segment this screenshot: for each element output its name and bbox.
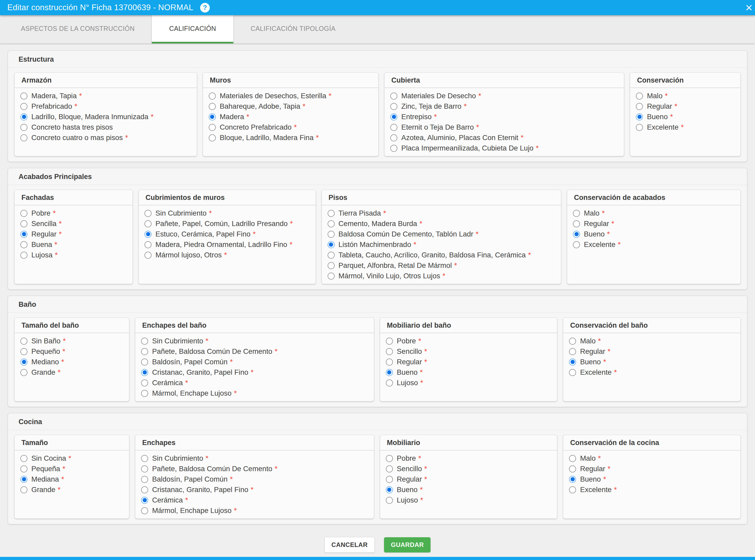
radio-button[interactable] [141,476,148,483]
radio-button[interactable] [386,476,393,483]
radio-button[interactable] [209,103,216,110]
radio-option[interactable]: Sin Cubrimiento* [141,336,368,346]
radio-option[interactable]: Malo* [569,336,735,346]
radio-option[interactable]: Regular* [20,229,127,239]
radio-button[interactable] [20,455,27,462]
radio-option[interactable]: Cristanac, Granito, Papel Fino* [141,367,368,378]
radio-option[interactable]: Madera, Piedra Ornamental, Ladrillo Fino… [144,239,310,250]
radio-option[interactable]: Mármol, Vinilo Lujo, Otros Lujos* [328,271,555,281]
radio-button[interactable] [328,210,335,217]
help-icon[interactable]: ? [200,3,210,13]
radio-option[interactable]: Sencillo* [386,346,551,357]
radio-option[interactable]: Cristanac, Granito, Papel Fino* [141,484,368,495]
radio-button[interactable] [569,369,576,376]
radio-option[interactable]: Parquet, Alfonbra, Retal De Mármol* [328,260,555,271]
radio-option[interactable]: Eternit o Teja De Barro* [390,122,618,133]
radio-button[interactable] [141,497,148,504]
radio-option[interactable]: Mediana* [20,474,123,484]
radio-option[interactable]: Mediano* [20,357,123,367]
cancel-button[interactable]: CANCELAR [325,537,375,553]
radio-button[interactable] [390,114,397,120]
radio-button[interactable] [20,338,27,345]
radio-option[interactable]: Mármol, Enchape Lujoso* [141,388,368,399]
radio-option[interactable]: Grande* [20,367,123,378]
radio-button[interactable] [141,486,148,493]
radio-option[interactable]: Sin Cubrimiento* [141,453,368,464]
radio-button[interactable] [569,486,576,493]
radio-option[interactable]: Concreto Prefabricado* [209,122,372,133]
radio-button[interactable] [573,210,580,217]
radio-option[interactable]: Concreto hasta tres pisos [20,122,191,133]
radio-button[interactable] [636,103,643,110]
radio-button[interactable] [390,134,397,141]
radio-option[interactable]: Sencillo* [386,464,551,474]
radio-button[interactable] [144,210,151,217]
radio-option[interactable]: Materiales De Desecho* [390,91,618,101]
radio-option[interactable]: Tierra Pisada* [328,208,555,218]
radio-option[interactable]: Sencilla* [20,218,127,229]
radio-button[interactable] [141,390,148,397]
radio-button[interactable] [20,465,27,473]
radio-option[interactable]: Malo* [569,453,735,464]
radio-button[interactable] [144,252,151,259]
radio-button[interactable] [636,114,643,120]
radio-button[interactable] [386,497,393,504]
save-button[interactable]: GUARDAR [384,537,430,553]
tab-calificacion-tipologia[interactable]: CALIFICACIÓN TIPOLOGÍA [233,15,353,43]
radio-option[interactable]: Mármol lujoso, Otros* [144,250,310,260]
radio-button[interactable] [141,455,148,462]
radio-button[interactable] [569,359,576,365]
radio-option[interactable]: Excelente* [573,239,735,250]
radio-option[interactable]: Lujoso* [386,378,551,388]
radio-option[interactable]: Excelente* [636,122,735,133]
radio-button[interactable] [20,124,27,131]
radio-button[interactable] [20,134,27,141]
radio-option[interactable]: Pobre* [386,336,551,346]
radio-button[interactable] [141,369,148,376]
radio-button[interactable] [569,455,576,462]
radio-option[interactable]: Baldosa Común De Cemento, Tablón Ladr* [328,229,555,239]
radio-button[interactable] [390,93,397,100]
radio-option[interactable]: Pequeño* [20,346,123,357]
radio-button[interactable] [20,359,27,365]
radio-button[interactable] [328,231,335,238]
radio-option[interactable]: Placa Impermeanilizada, Cubieta De Lujo* [390,143,618,154]
radio-option[interactable]: Pequeña* [20,464,123,474]
radio-option[interactable]: Bloque, Ladrillo, Madera Fina* [209,133,372,143]
radio-option[interactable]: Bueno* [569,474,735,484]
radio-option[interactable]: Azotea, Aluminio, Placas Con Eternit* [390,133,618,143]
radio-option[interactable]: Bueno* [386,367,551,378]
radio-button[interactable] [141,338,148,345]
radio-button[interactable] [569,465,576,473]
radio-option[interactable]: Cemento, Madera Burda* [328,218,555,229]
radio-option[interactable]: Excelente* [569,484,735,495]
radio-option[interactable]: Pañete, Baldosa Común De Cemento* [141,346,368,357]
radio-button[interactable] [386,379,393,386]
radio-button[interactable] [209,124,216,131]
radio-button[interactable] [569,348,576,355]
radio-button[interactable] [386,338,393,345]
radio-option[interactable]: Buena* [20,239,127,250]
radio-option[interactable]: Pañete, Baldosa Común De Cemento* [141,464,368,474]
radio-button[interactable] [141,507,148,514]
radio-option[interactable]: Estuco, Cerámica, Papel Fino* [144,229,310,239]
radio-button[interactable] [573,241,580,248]
radio-button[interactable] [20,241,27,248]
tab-aspectos-de-la-construccion[interactable]: ASPECTOS DE LA CONSTRUCCIÓN [4,15,152,43]
radio-button[interactable] [20,476,27,483]
radio-option[interactable]: Regular* [573,218,735,229]
radio-option[interactable]: Bueno* [569,357,735,367]
radio-button[interactable] [573,231,580,238]
radio-button[interactable] [386,359,393,365]
radio-option[interactable]: Concreto cuatro o mas pisos* [20,133,191,143]
radio-button[interactable] [20,220,27,227]
radio-option[interactable]: Sin Baño* [20,336,123,346]
radio-option[interactable]: Lujosa* [20,250,127,260]
radio-button[interactable] [20,93,27,100]
radio-button[interactable] [386,455,393,462]
radio-option[interactable]: Ladrillo, Bloque, Madera Inmunizada* [20,112,191,122]
radio-option[interactable]: Bueno* [573,229,735,239]
radio-button[interactable] [20,114,27,120]
radio-option[interactable]: Prefabricado* [20,101,191,112]
radio-option[interactable]: Lujoso* [386,495,551,505]
